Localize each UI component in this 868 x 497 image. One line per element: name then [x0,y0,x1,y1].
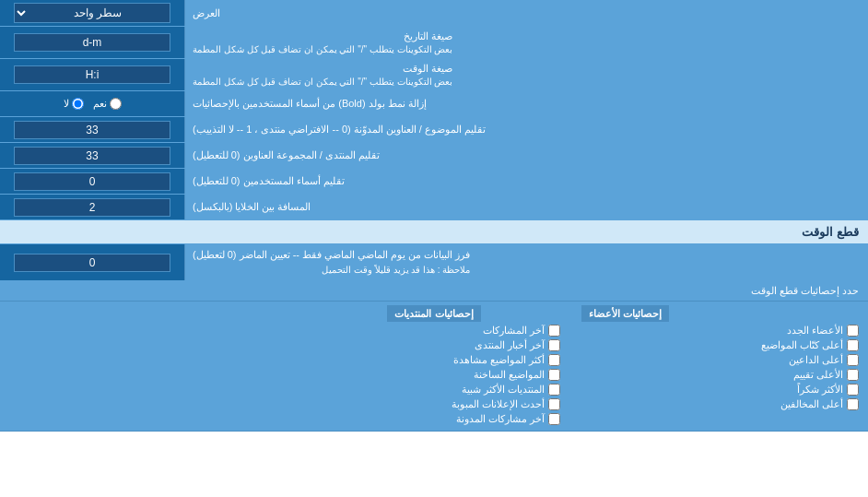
checkbox-col-forums: آخر المشاركات آخر أخبار المنتدى أكثر الم… [289,325,579,425]
row-trim-forum: تقليم المنتدى / المجموعة العناوين (0 للت… [0,143,868,169]
input-cell-trim-forum[interactable] [0,143,184,168]
radio-label-yes[interactable]: نعم [93,98,122,110]
label-cutoff: فرز البيانات من يوم الماضي الماضي فقط --… [184,244,868,280]
cb-top-rated-input[interactable] [847,369,859,381]
cb-most-thanked-input[interactable] [847,384,859,396]
time-format-input[interactable] [14,65,170,84]
radio-yes[interactable] [110,98,122,110]
cb-top-topic-writers[interactable]: أعلى كتّاب المواضيع [761,339,859,351]
cb-new-members[interactable]: الأعضاء الجدد [787,325,859,337]
cb-top-rated[interactable]: الأعلى تقييم [793,369,859,381]
cb-last-posts-input[interactable] [548,325,560,337]
row-bold: إزالة نمط بولد (Bold) من أسماء المستخدمي… [0,91,868,117]
cb-most-viewed[interactable]: أكثر المواضيع مشاهدة [453,354,560,366]
cb-classified-ads-input[interactable] [548,398,560,410]
label-trim-forum: تقليم المنتدى / المجموعة العناوين (0 للت… [184,143,868,168]
input-cell-cutoff[interactable] [0,244,184,280]
cb-last-posts[interactable]: آخر المشاركات [483,325,560,337]
radio-no[interactable] [72,98,84,110]
row-trim-users: تقليم أسماء المستخدمين (0 للتعطيل) [0,169,868,195]
label-bold: إزالة نمط بولد (Bold) من أسماء المستخدمي… [184,91,868,116]
col-header-members: إحصائيات الأعضاء [581,305,669,322]
select-cell-display[interactable]: سطر واحد عدة أسطر [0,0,184,26]
cb-most-thanked[interactable]: الأكثر شكراً [797,384,859,396]
cb-top-inviters-input[interactable] [847,354,859,366]
col-header-forums: إحصائيات المنتديات [387,305,480,322]
cb-top-inviters[interactable]: أعلى الداعين [789,354,859,366]
cb-forum-news-input[interactable] [548,339,560,351]
label-trim-users: تقليم أسماء المستخدمين (0 للتعطيل) [184,169,868,194]
cb-new-members-input[interactable] [847,325,859,337]
limit-row: حدد إحصائيات قطع الوقت [0,281,868,302]
cb-most-viewed-input[interactable] [548,354,560,366]
radio-label-no[interactable]: لا [64,98,84,110]
cb-most-similar-forums[interactable]: المنتديات الأكثر شبية [462,384,560,396]
cb-forum-news[interactable]: آخر أخبار المنتدى [475,339,560,351]
date-format-input[interactable] [14,33,170,52]
section-header-cutoff: قطع الوقت [0,220,868,244]
trim-forum-input[interactable] [14,147,170,165]
label-trim-topic: تقليم الموضوع / العناوين المدوّنة (0 -- … [184,117,868,142]
cb-blog-posts[interactable]: آخر مشاركات المدونة [456,413,560,425]
cb-classified-ads[interactable]: أحدث الإعلانات المبوبة [452,398,560,410]
label-date-format: صيغة التاريخ بعض التكوينات يتطلب "/" الت… [184,27,868,58]
cb-blog-posts-input[interactable] [548,413,560,425]
input-cell-spacing[interactable] [0,195,184,219]
display-select[interactable]: سطر واحد عدة أسطر [14,3,170,23]
row-display: العرض سطر واحد عدة أسطر [0,0,868,27]
checkboxes-section: إحصائيات الأعضاء إحصائيات المنتديات الأع… [0,302,868,432]
input-cell-time-format[interactable] [0,59,184,90]
cutoff-input[interactable] [14,254,170,272]
input-cell-trim-topic[interactable] [0,117,184,142]
row-trim-topic: تقليم الموضوع / العناوين المدوّنة (0 -- … [0,117,868,143]
label-display: العرض [184,0,868,26]
cb-hot-topics[interactable]: المواضيع الساخنة [474,369,560,381]
label-cell-spacing: المسافة بين الخلايا (بالبكسل) [184,195,868,219]
checkbox-headers: إحصائيات الأعضاء إحصائيات المنتديات [9,307,859,320]
input-cell-trim-users[interactable] [0,169,184,194]
radio-cell-bold: نعم لا [0,91,184,116]
cell-spacing-input[interactable] [14,198,170,217]
checkbox-col-members: الأعضاء الجدد أعلى كتّاب المواضيع أعلى ا… [579,325,859,425]
cb-top-violators-input[interactable] [847,398,859,410]
row-date-format: صيغة التاريخ بعض التكوينات يتطلب "/" الت… [0,27,868,59]
input-cell-date-format[interactable] [0,27,184,58]
trim-topic-input[interactable] [14,121,170,139]
cb-most-similar-forums-input[interactable] [548,384,560,396]
checkbox-items-wrapper: الأعضاء الجدد أعلى كتّاب المواضيع أعلى ا… [9,325,859,425]
cb-hot-topics-input[interactable] [548,369,560,381]
cb-top-violators[interactable]: أعلى المخالفين [780,398,859,410]
label-time-format: صيغة الوقت بعض التكوينات يتطلب "/" التي … [184,59,868,90]
trim-users-input[interactable] [14,172,170,191]
row-time-format: صيغة الوقت بعض التكوينات يتطلب "/" التي … [0,59,868,91]
row-cell-spacing: المسافة بين الخلايا (بالبكسل) [0,195,868,220]
checkbox-col-right [9,325,289,425]
row-cutoff: فرز البيانات من يوم الماضي الماضي فقط --… [0,244,868,281]
cb-top-topic-writers-input[interactable] [847,339,859,351]
